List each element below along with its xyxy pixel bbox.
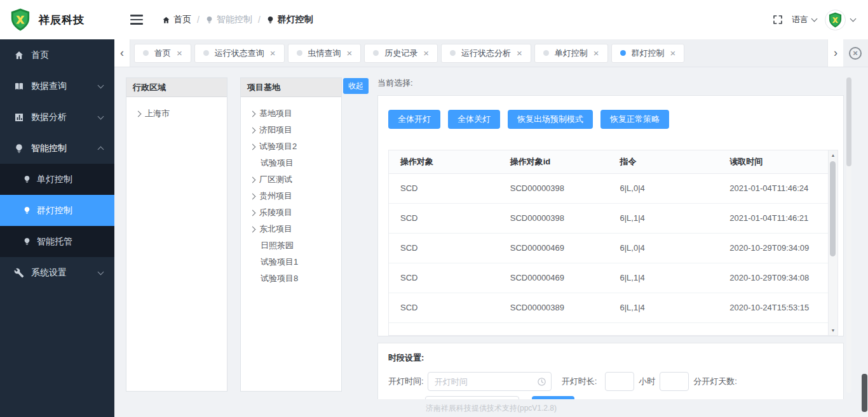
sidebar-item-label: 首页 <box>31 50 103 61</box>
tab-home[interactable]: 首页 <box>134 44 191 63</box>
submit-button[interactable] <box>532 396 574 399</box>
all-on-button[interactable]: 全体开灯 <box>388 110 440 129</box>
close-icon[interactable] <box>270 48 276 58</box>
chevron-right-icon <box>250 110 256 117</box>
bulb-icon <box>23 237 31 246</box>
tab-dot-icon <box>203 50 209 56</box>
tree-item[interactable]: 试验项目2 <box>241 138 341 155</box>
tree-item-label: 济阳项目 <box>259 124 292 136</box>
tab-run-status-analysis[interactable]: 运行状态分析 <box>441 44 531 63</box>
footer: 济南祥辰科技提供技术支持(ppcV1.2.8) <box>114 399 868 417</box>
chevron-right-icon <box>250 176 256 183</box>
hamburger-menu-icon[interactable] <box>130 15 143 25</box>
wrench-icon <box>14 268 24 278</box>
sidebar-item-data-query[interactable]: 数据查询 <box>0 70 114 102</box>
sidebar-subitem-label: 智能托管 <box>37 236 72 248</box>
breadcrumb-current: 群灯控制 <box>266 14 313 25</box>
restore-normal-strategy-button[interactable]: 恢复正常策略 <box>600 110 669 129</box>
brand-logo: 祥辰科技 <box>0 0 114 39</box>
tree-item-label: 试验项目1 <box>261 256 298 268</box>
tab-dot-icon <box>373 50 379 56</box>
tab-single-lamp-control[interactable]: 单灯控制 <box>534 44 608 63</box>
tree-item-label: 上海市 <box>145 108 170 119</box>
close-icon[interactable] <box>177 48 182 58</box>
sidebar-item-group-lamp-control[interactable]: 群灯控制 <box>0 195 114 226</box>
on-time-input[interactable] <box>435 377 533 387</box>
close-icon[interactable] <box>670 48 676 58</box>
fullscreen-icon[interactable] <box>772 14 783 25</box>
sidebar: 祥辰科技 首页 数据查询 数据分析 智能控制 <box>0 0 114 417</box>
home-icon <box>162 16 170 24</box>
scrollbar-thumb[interactable] <box>830 161 836 256</box>
tab-history[interactable]: 历史记录 <box>364 44 438 63</box>
collapse-panel-button[interactable]: 收起 <box>343 78 369 94</box>
breadcrumb-section[interactable]: 智能控制 <box>205 14 252 25</box>
project-tree: 基地项目 济阳项目 试验项目2 试验项目 厂区测试 <box>241 97 341 295</box>
bulb-icon <box>23 206 31 215</box>
cell-read-time: 2021-01-04T11:46:21 <box>718 203 828 233</box>
tab-insect-query[interactable]: 虫情查询 <box>288 44 362 63</box>
main-area: 首页 / 智能控制 / 群灯控制 语言 <box>114 0 868 417</box>
tree-item[interactable]: 日照茶园 <box>241 237 341 254</box>
tree-item-label: 日照茶园 <box>261 240 294 251</box>
on-days-label: 开灯天数: <box>702 376 737 387</box>
secondary-time-input[interactable] <box>425 396 519 399</box>
window-scrollbar-thumb[interactable] <box>862 374 867 412</box>
breadcrumb-home[interactable]: 首页 <box>162 14 191 25</box>
chevron-up-icon <box>98 146 104 152</box>
sidebar-item-home[interactable]: 首页 <box>0 39 114 70</box>
user-avatar-dropdown[interactable] <box>825 10 855 30</box>
cell-target-id: SCD00000389 <box>499 293 609 322</box>
tree-item[interactable]: 东北项目 <box>241 221 341 237</box>
tree-item[interactable]: 厂区测试 <box>241 171 341 188</box>
column-header-read-time: 读取时间 <box>718 150 828 173</box>
tree-item[interactable]: 基地项目 <box>241 105 341 122</box>
cell-read-time: 2020-10-24T15:53:15 <box>718 293 828 322</box>
tab-label: 运行状态查询 <box>215 48 264 59</box>
tabs-scroll-right-icon[interactable] <box>827 39 843 67</box>
tree-item[interactable]: 济阳项目 <box>241 122 341 138</box>
close-icon[interactable] <box>593 48 599 58</box>
scrollbar-track[interactable] <box>829 160 837 326</box>
sidebar-item-system-settings[interactable]: 系统设置 <box>0 257 114 288</box>
content-scrollbar[interactable] <box>846 77 851 393</box>
breadcrumb-separator: / <box>258 15 261 25</box>
close-all-tabs-icon[interactable] <box>849 47 862 60</box>
scroll-up-icon[interactable] <box>829 150 837 160</box>
table-scrollbar[interactable] <box>828 150 837 335</box>
tree-item[interactable]: 贵州项目 <box>241 188 341 204</box>
sidebar-item-single-lamp-control[interactable]: 单灯控制 <box>0 164 114 195</box>
tree-item-shanghai[interactable]: 上海市 <box>126 105 227 122</box>
sidebar-subitem-label: 单灯控制 <box>37 174 72 185</box>
tree-item[interactable]: 乐陵项目 <box>241 204 341 221</box>
close-icon[interactable] <box>517 48 522 58</box>
tab-run-status-query[interactable]: 运行状态查询 <box>194 44 285 63</box>
sidebar-subitem-label: 群灯控制 <box>37 205 72 216</box>
duration-hours-input[interactable] <box>605 372 634 391</box>
cell-read-time: 2020-10-29T09:34:09 <box>718 233 828 263</box>
sidebar-item-data-analysis[interactable]: 数据分析 <box>0 102 114 133</box>
scrollbar-thumb[interactable] <box>846 77 851 166</box>
sidebar-item-label: 数据查询 <box>31 81 98 92</box>
sidebar-item-smart-control[interactable]: 智能控制 <box>0 133 114 164</box>
time-settings-row: 开灯时间: 开灯时长: 小时 分 开灯天数: <box>388 372 833 391</box>
tab-group-lamp-control[interactable]: 群灯控制 <box>611 44 685 63</box>
tree-item[interactable]: 试验项目 <box>241 155 341 171</box>
tree-item[interactable]: 试验项目1 <box>241 254 341 270</box>
clock-icon[interactable] <box>537 377 546 387</box>
tree-item[interactable]: 试验项目8 <box>241 270 341 287</box>
brand-name: 祥辰科技 <box>39 13 85 27</box>
on-time-field <box>428 372 552 391</box>
scroll-down-icon[interactable] <box>829 326 837 335</box>
close-icon[interactable] <box>423 48 429 58</box>
language-dropdown[interactable]: 语言 <box>792 14 817 25</box>
all-off-button[interactable]: 全体关灯 <box>448 110 500 129</box>
close-icon[interactable] <box>347 48 353 58</box>
chevron-right-icon <box>250 193 256 199</box>
bulb-icon <box>205 16 214 24</box>
tabs-scroll-left-icon[interactable] <box>114 39 130 67</box>
duration-minutes-input[interactable] <box>660 372 689 391</box>
action-buttons: 全体开灯 全体关灯 恢复出场预制模式 恢复正常策略 <box>388 110 838 129</box>
sidebar-item-smart-hosting[interactable]: 智能托管 <box>0 226 114 257</box>
restore-factory-preset-button[interactable]: 恢复出场预制模式 <box>508 110 593 129</box>
